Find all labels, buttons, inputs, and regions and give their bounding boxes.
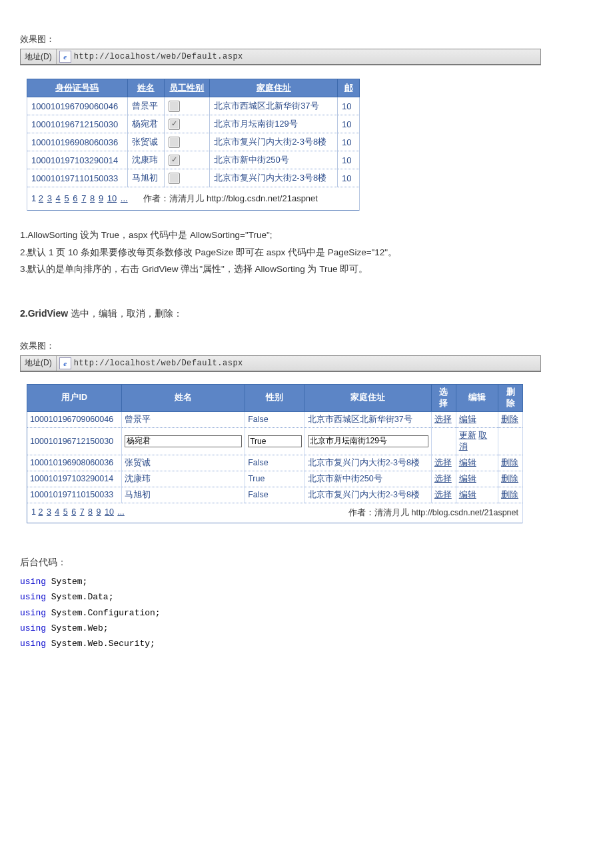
cell-name: 马旭初 (122, 487, 245, 503)
gridview-1-author: 作者：清清月儿 http://blog.csdn.net/21aspnet (143, 193, 318, 203)
note-1: 1.AllowSorting 设为 True，aspx 代码中是 AllowSo… (20, 227, 593, 244)
select-link[interactable]: 选择 (434, 490, 452, 499)
select-link[interactable]: 选择 (434, 458, 452, 467)
update-link[interactable]: 更新 (459, 431, 476, 440)
cell-sex: True (245, 471, 305, 487)
address-url-2[interactable]: http://localhost/web/Default.aspx (74, 359, 243, 368)
pager-link[interactable]: 5 (63, 507, 68, 517)
checkbox-icon[interactable] (169, 137, 180, 148)
pager-link[interactable]: 6 (71, 507, 76, 517)
g2-col-name[interactable]: 姓名 (122, 384, 245, 411)
cell-addr: 北京市西城区北新华街37号 (305, 411, 431, 427)
edit-link[interactable]: 编辑 (459, 458, 476, 467)
table-row: 100010197103290014沈康玮北京市新中街250号10 (27, 151, 360, 169)
col-mail-truncated[interactable]: 邮 (338, 79, 360, 97)
cell-del (498, 427, 523, 455)
g2-col-userid[interactable]: 用户ID (27, 384, 122, 411)
col-gender[interactable]: 员工性别 (164, 79, 210, 97)
checkbox-icon[interactable] (169, 155, 180, 166)
gridview-2-pager[interactable]: 1 2 3 4 5 6 7 8 9 10 ... (31, 507, 126, 517)
cell-addr: 北京市新中街250号 (305, 471, 431, 487)
edit-link[interactable]: 编辑 (459, 415, 476, 424)
pager-link[interactable]: 9 (97, 507, 101, 517)
ie-icon-glyph-2: e (63, 359, 67, 367)
checkbox-icon[interactable] (169, 119, 180, 130)
cell-tail: 10 (338, 133, 360, 151)
delete-link[interactable]: 删除 (501, 415, 518, 424)
col-name[interactable]: 姓名 (127, 79, 164, 97)
pager-link[interactable]: ... (121, 193, 128, 203)
g2-col-sex[interactable]: 性别 (245, 384, 305, 411)
ie-icon-2: e (59, 357, 71, 369)
note-2: 2.默认 1 页 10 条如果要修改每页条数修改 PageSize 即可在 as… (20, 244, 593, 261)
col-idcard[interactable]: 身份证号码 (27, 79, 128, 97)
pager-link[interactable]: 7 (80, 507, 85, 517)
gridview-1-pager[interactable]: 1 2 3 4 5 6 7 8 9 10 ... (31, 193, 131, 203)
cell-tail: 10 (338, 151, 360, 169)
address-url-1[interactable]: http://localhost/web/Default.aspx (74, 52, 243, 61)
pager-link[interactable]: 2 (38, 507, 43, 517)
cell-id: 100010196709060046 (27, 411, 122, 427)
cell-name-edit[interactable] (122, 427, 245, 455)
pager-link[interactable]: 9 (99, 193, 103, 203)
note-3: 3.默认的是单向排序的，右击 GridView 弹出"属性"，选择 AllowS… (20, 261, 593, 278)
cell-addr: 北京市复兴门内大街2-3号8楼 (305, 455, 431, 471)
edit-name-input[interactable] (125, 435, 242, 447)
gridview-1: 身份证号码 姓名 员工性别 家庭住址 邮 100010196709060046曾… (27, 79, 360, 211)
address-label-1: 地址(D) (21, 49, 57, 64)
table-row: 100010196709060046曾景平北京市西城区北新华街37号10 (27, 97, 360, 115)
cell-edit: 编辑 (456, 455, 498, 471)
pager-link[interactable]: 7 (81, 193, 86, 203)
table-row: 100010197110150033马旭初北京市复兴门内大街2-3号8楼10 (27, 169, 360, 187)
pager-link[interactable]: 4 (56, 193, 61, 203)
checkbox-icon[interactable] (169, 101, 180, 112)
ie-icon: e (59, 51, 71, 63)
cell-sel: 选择 (431, 411, 456, 427)
cell-id: 100010196712150030 (27, 115, 128, 133)
table-row: 100010196908060036张贸诚北京市复兴门内大街2-3号8楼10 (27, 133, 360, 151)
cell-sex-edit[interactable] (245, 427, 305, 455)
delete-link[interactable]: 删除 (501, 458, 518, 467)
caption-effect-1: 效果图： (20, 33, 593, 45)
g2-col-addr[interactable]: 家庭住址 (305, 384, 431, 411)
pager-link[interactable]: 6 (73, 193, 77, 203)
pager-link[interactable]: 3 (47, 507, 51, 517)
col-addr[interactable]: 家庭住址 (210, 79, 338, 97)
cell-sex: False (245, 411, 305, 427)
edit-sex-input[interactable] (248, 435, 302, 447)
pager-current: 1 (31, 193, 36, 203)
cell-gender (164, 151, 210, 169)
table-row: 100010196712150030更新 取消 (27, 427, 523, 455)
pager-link[interactable]: 3 (47, 193, 52, 203)
cell-addr-edit[interactable] (305, 427, 431, 455)
select-link[interactable]: 选择 (434, 415, 452, 424)
cell-name: 马旭初 (127, 169, 164, 187)
cell-gender (164, 133, 210, 151)
pager-link[interactable]: 2 (39, 193, 43, 203)
pager-link[interactable]: ... (117, 507, 124, 517)
cell-id: 100010197110150033 (27, 487, 122, 503)
pager-link[interactable]: 8 (88, 507, 93, 517)
cell-id: 100010196712150030 (27, 427, 122, 455)
cell-gender (164, 169, 210, 187)
g2-col-sel: 选择 (431, 384, 456, 411)
cell-id: 100010197110150033 (27, 169, 128, 187)
pager-link[interactable]: 8 (90, 193, 95, 203)
edit-link[interactable]: 编辑 (459, 490, 476, 499)
cell-tail: 10 (338, 115, 360, 133)
address-label-text-1: 地址(D) (25, 51, 52, 63)
pager-link[interactable]: 4 (55, 507, 59, 517)
address-bar-1: 地址(D) e http://localhost/web/Default.asp… (20, 49, 541, 65)
pager-link[interactable]: 10 (105, 507, 114, 517)
select-link[interactable]: 选择 (434, 474, 452, 483)
cell-sex: False (245, 455, 305, 471)
address-bar-2: 地址(D) e http://localhost/web/Default.asp… (20, 355, 541, 372)
edit-link[interactable]: 编辑 (459, 474, 476, 483)
pager-link[interactable]: 10 (107, 193, 117, 203)
delete-link[interactable]: 删除 (501, 490, 518, 499)
edit-addr-input[interactable] (308, 435, 428, 447)
pager-link[interactable]: 5 (64, 193, 69, 203)
table-row: 100010196908060036张贸诚False北京市复兴门内大街2-3号8… (27, 455, 523, 471)
checkbox-icon[interactable] (169, 173, 180, 184)
delete-link[interactable]: 删除 (501, 474, 518, 483)
